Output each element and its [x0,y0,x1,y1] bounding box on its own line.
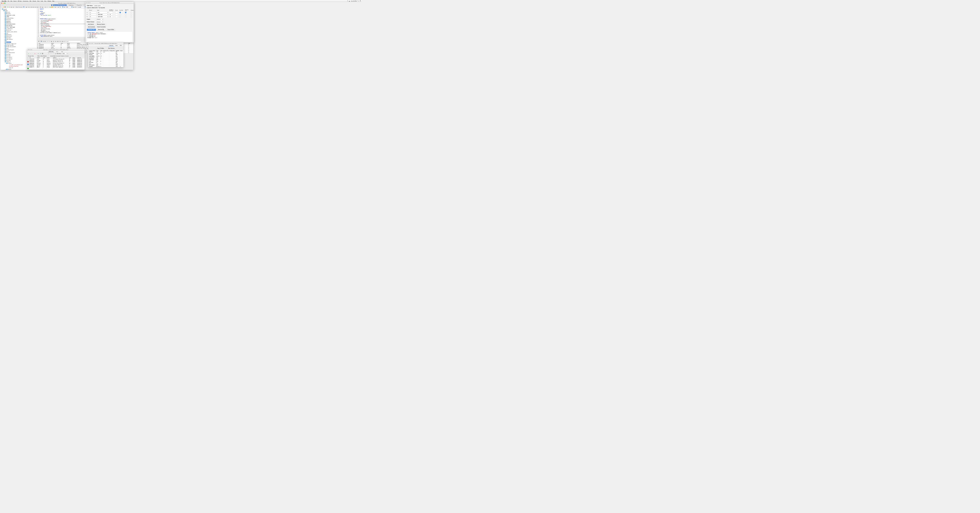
db-select[interactable]: sample [78,6,86,8]
fwd-icon[interactable]: ▶ [64,6,65,8]
tool-icon[interactable]: ▦ [31,6,33,8]
menu-help[interactable]: Help [52,0,54,2]
filter-input[interactable] [68,41,81,42]
execute-sql-button[interactable]: Execute SQL [97,29,105,31]
tool-icon[interactable]: ▧ [33,6,34,8]
tool-icon[interactable]: ▯ [47,6,48,8]
db-tab[interactable]: ×*Amazon RDS MySQL Micro [51,4,67,6]
edit-grid[interactable]: #ssnfnameminitlnameaddresssexsalarysuper… [27,57,84,69]
tool-icon[interactable]: ◫ [38,6,40,8]
row-number[interactable]: 8 [27,68,29,69]
describe-grid[interactable]: Column NameTypeSizePrimary KeyForeign Ke… [88,50,124,67]
not-null-checkbox[interactable] [119,14,121,15]
unique-checkbox[interactable] [130,14,132,15]
column-header[interactable]: Primary Key [103,50,109,51]
clock[interactable]: Tue 3:29 PM [351,0,356,2]
close-icon[interactable]: × [52,5,53,5]
new-icon[interactable]: ▫ [1,6,2,8]
cell[interactable]: 4 [128,52,133,53]
menu-sql[interactable]: SQL [30,0,32,2]
copy-icon[interactable]: ⧉ [38,53,39,54]
menu-db tools[interactable]: DB Tools [18,0,22,2]
tool-icon[interactable]: ▭ [43,6,45,8]
tool-icon[interactable]: ▤ [53,41,54,42]
app-name[interactable]: RazorSQL [2,0,6,2]
run-all-icon[interactable]: ⏩ [51,6,53,8]
go-icon[interactable]: ➪ [67,53,68,54]
add-constraint-button[interactable]: Add Constraint [87,26,96,28]
mode-select[interactable]: On [59,6,64,8]
copy-to-editor-button[interactable]: Copy To Editor [96,47,105,49]
close-icon[interactable]: × [68,5,69,5]
run-icon[interactable]: ▶ [49,6,51,8]
col-type-select[interactable]: INT [97,11,108,13]
cell[interactable] [69,68,72,69]
col-type-select[interactable]: VARCHAR [97,16,108,18]
back-icon[interactable]: ◀ [57,6,59,8]
tool-icon[interactable]: ◫ [64,41,65,42]
generate-sql-button[interactable]: Generate SQL [87,29,96,31]
col-length-input[interactable] [109,11,113,13]
open-icon[interactable]: 📂 [3,6,4,8]
tool-icon[interactable]: ▩ [62,41,64,42]
table-name-input[interactable] [94,5,103,6]
disconnect-icon[interactable]: ⬇ [9,6,10,8]
connect-icon[interactable]: ⬆ [7,6,9,8]
col-scale-input[interactable] [115,14,118,15]
tool-icon[interactable]: ▣ [25,6,27,8]
column-header[interactable]: Nullable [115,50,119,51]
col-type-select[interactable]: VARCHAR [97,14,108,15]
pk-checkbox[interactable] [125,16,126,17]
column-header[interactable]: Column Name [89,50,96,51]
max-rows-input[interactable] [62,53,66,54]
tool-icon[interactable]: ▧ [58,41,60,42]
copy-to-editor-button[interactable]: Copy to Editor [106,29,115,31]
escape-input[interactable] [34,55,35,57]
remove-column-button[interactable]: Remove Column [96,24,106,25]
tab-ddl[interactable]: DDL [119,45,123,46]
traffic-lights[interactable] [86,2,91,3]
menu-connections[interactable]: Connections [23,0,28,2]
link-icon[interactable]: 🔗 [40,53,41,54]
traffic-lights[interactable] [89,43,93,44]
tab-sql[interactable]: SQL [60,51,64,52]
filter-icon[interactable]: 🖊 [67,41,68,42]
cell[interactable] [77,68,84,69]
col-name-input[interactable] [89,11,96,13]
cell[interactable] [72,68,77,69]
menu-file[interactable]: File [8,0,10,2]
undo-icon[interactable]: ↶ [47,41,49,42]
tab-columns[interactable]: Columns [108,45,114,46]
tool-icon[interactable]: ▥ [29,6,31,8]
battery-icon[interactable]: ▬ [349,0,350,2]
add-column-button[interactable]: Add Column [87,24,95,25]
lang-select[interactable]: SQL [66,6,73,8]
menu-results[interactable]: Results [33,0,36,2]
not-null-checkbox[interactable] [119,12,121,13]
tool-icon[interactable]: ▣ [51,41,52,42]
cell[interactable] [29,68,37,69]
undo-icon[interactable]: ↶ [48,53,49,54]
tab-keys[interactable]: Keys [56,51,59,52]
notifications-icon[interactable]: ☰ [360,0,361,2]
menu-view[interactable]: View [45,0,46,2]
export-icon[interactable]: ▤ [43,41,44,42]
db-tab[interactable]: ×Salesforce [67,4,74,6]
down-icon[interactable]: ⬇ [53,6,54,8]
db-icon[interactable]: ▦ [11,6,12,8]
col-name-input[interactable] [89,14,96,15]
traffic-lights[interactable] [28,49,32,50]
tab-keys[interactable]: Keys [115,45,118,46]
sql-preview[interactable]: CREATE TABLE sample.sample (c1 INT NOT N… [87,32,132,42]
tool-icon[interactable]: ◪ [42,6,43,8]
menu-code[interactable]: Code [41,0,43,2]
filter-icon[interactable]: ▤ [55,53,56,54]
add-icon[interactable]: ＋ [30,53,32,54]
save-icon[interactable]: 💾 [41,41,42,42]
save-icon[interactable]: 💾 [42,53,43,54]
redo-icon[interactable]: ↷ [49,41,50,42]
col-length-input[interactable] [109,16,113,18]
off-button[interactable]: OFF [37,41,40,42]
tool-icon[interactable]: ◩ [40,6,41,8]
col-scale-input[interactable] [115,16,118,18]
